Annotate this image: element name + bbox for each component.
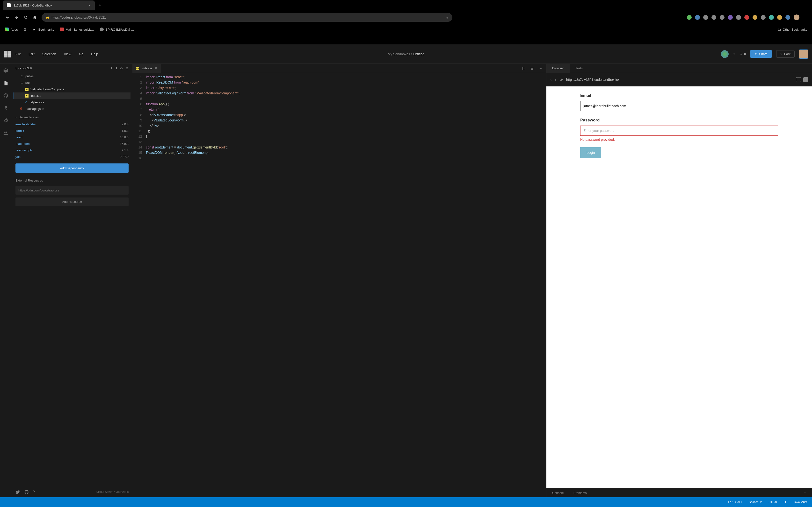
- star-icon[interactable]: ☆: [445, 15, 449, 19]
- split-vertical-icon[interactable]: ⊟: [530, 66, 534, 70]
- ext-icon[interactable]: [720, 15, 724, 20]
- menu-selection[interactable]: Selection: [42, 52, 56, 56]
- ext-icon[interactable]: [736, 15, 741, 20]
- problems-tab[interactable]: Problems: [573, 491, 587, 495]
- feedback-icon[interactable]: ↘: [33, 490, 38, 495]
- menu-help[interactable]: Help: [91, 52, 98, 56]
- bookmark-item[interactable]: Mail - james.quick…: [60, 27, 94, 32]
- ext-icon[interactable]: [761, 15, 766, 20]
- tab-tests[interactable]: Tests: [570, 64, 589, 73]
- bookmark-item[interactable]: ★Bookmarks: [33, 27, 54, 32]
- dep-item[interactable]: formik1.5.1: [12, 127, 133, 134]
- cursor-position[interactable]: Ln 1, Col 1: [728, 501, 742, 504]
- share-button[interactable]: ⇪Share: [750, 50, 772, 58]
- back-icon[interactable]: [5, 15, 10, 20]
- deploy-icon[interactable]: [3, 105, 9, 111]
- login-button[interactable]: Login: [580, 147, 601, 158]
- ext-icon[interactable]: [695, 15, 700, 20]
- logo[interactable]: [4, 51, 11, 57]
- close-icon[interactable]: ✕: [155, 66, 157, 70]
- ext-icon[interactable]: [744, 15, 749, 20]
- password-field[interactable]: [580, 125, 778, 136]
- dep-item[interactable]: react-scripts2.1.8: [12, 147, 133, 154]
- dep-version: 16.8.3: [120, 142, 129, 146]
- new-window-icon[interactable]: [796, 77, 801, 82]
- home-icon[interactable]: [33, 15, 37, 20]
- explorer-icon[interactable]: [3, 80, 9, 86]
- eol[interactable]: LF: [783, 501, 787, 504]
- tree-file-validated[interactable]: JSValidatedFormCompone…: [13, 86, 131, 93]
- add-resource-button[interactable]: Add Resource: [15, 198, 129, 206]
- add-dependency-button[interactable]: Add Dependency: [15, 163, 129, 173]
- email-field[interactable]: [580, 101, 778, 111]
- encoding[interactable]: UTF-8: [768, 501, 777, 504]
- chevron-up-icon[interactable]: ⌃: [804, 491, 806, 495]
- menu-go[interactable]: Go: [79, 52, 83, 56]
- tree-file-package[interactable]: {}package.json: [13, 106, 131, 112]
- expand-icon[interactable]: [803, 77, 808, 82]
- ext-icon[interactable]: [785, 15, 790, 20]
- community-icon[interactable]: [721, 50, 729, 58]
- dep-item[interactable]: yup0.27.0: [12, 154, 133, 160]
- ext-icon[interactable]: [703, 15, 708, 20]
- close-icon[interactable]: ✕: [88, 4, 91, 7]
- more-icon[interactable]: ⋯: [539, 66, 542, 70]
- forward-icon[interactable]: ›: [555, 77, 556, 82]
- split-horizontal-icon[interactable]: ◫: [522, 66, 526, 70]
- menu-view[interactable]: View: [64, 52, 71, 56]
- tree-file-index[interactable]: JSindex.js: [13, 93, 131, 99]
- indentation[interactable]: Spaces: 2: [749, 501, 762, 504]
- ext-icon[interactable]: [753, 15, 757, 20]
- dep-item[interactable]: react16.8.3: [12, 134, 133, 140]
- tree-folder-src[interactable]: 🗀src: [13, 79, 131, 86]
- live-icon[interactable]: [3, 130, 9, 136]
- settings-icon[interactable]: [3, 118, 9, 124]
- likes[interactable]: ♡0: [740, 52, 746, 56]
- language[interactable]: JavaScript: [794, 501, 807, 504]
- back-icon[interactable]: ‹: [550, 77, 552, 82]
- dep-name: email-validator: [15, 122, 36, 126]
- apps-button[interactable]: Apps: [5, 27, 18, 32]
- menu-file[interactable]: File: [15, 52, 21, 56]
- menu-edit[interactable]: Edit: [29, 52, 35, 56]
- ext-icon[interactable]: [728, 15, 733, 20]
- code-editor[interactable]: 12345678910111213141516 import React fro…: [133, 73, 546, 497]
- dep-item[interactable]: react-dom16.8.3: [12, 140, 133, 147]
- deps-header[interactable]: ▾Dependencies: [12, 112, 133, 121]
- url-bar[interactable]: 🔒 https://codesandbox.io/s/3x7vlv3521 ☆: [42, 13, 452, 22]
- console-tab[interactable]: Console: [552, 491, 564, 495]
- bookmark-item[interactable]: SPIRO ILS/spDM …: [100, 27, 134, 32]
- profile-avatar[interactable]: [794, 14, 800, 20]
- github-icon[interactable]: [24, 490, 29, 495]
- ext-icon[interactable]: [687, 15, 692, 20]
- ext-icon[interactable]: [711, 15, 716, 20]
- preview-url[interactable]: [566, 78, 793, 81]
- github-icon[interactable]: [3, 93, 9, 99]
- tree-folder-public[interactable]: 🗀public: [13, 73, 131, 79]
- bookmark-item[interactable]: 🗎: [24, 28, 27, 32]
- sandbox-icon[interactable]: [3, 68, 9, 73]
- reload-icon[interactable]: ⟳: [560, 77, 563, 82]
- tree-file-styles[interactable]: #styles.css: [13, 99, 131, 106]
- menu-icon[interactable]: ⋮: [803, 15, 807, 20]
- browser-tab[interactable]: 3x7vlv3521 - CodeSandbox ✕: [3, 0, 95, 10]
- editor-tab-index[interactable]: JS index.js ✕: [133, 64, 161, 73]
- new-tab-button[interactable]: +: [99, 3, 101, 8]
- forward-icon[interactable]: [14, 15, 19, 20]
- user-avatar[interactable]: [799, 50, 808, 59]
- new-file-icon[interactable]: 🗎: [126, 67, 129, 70]
- download-icon[interactable]: ⬇: [110, 67, 113, 70]
- resource-input[interactable]: [15, 186, 129, 194]
- ext-icon[interactable]: [769, 15, 774, 20]
- ext-icon[interactable]: [777, 15, 782, 20]
- breadcrumb[interactable]: My Sandboxes / Untitled: [388, 52, 424, 56]
- upload-icon[interactable]: ⬆: [115, 67, 118, 70]
- other-bookmarks[interactable]: 🗀Other Bookmarks: [778, 28, 807, 32]
- fork-button[interactable]: ⑂Fork: [776, 50, 795, 58]
- new-folder-icon[interactable]: 🗀: [120, 67, 123, 70]
- dep-item[interactable]: email-validator2.0.4: [12, 121, 133, 127]
- plus-icon[interactable]: +: [733, 51, 735, 56]
- twitter-icon[interactable]: [15, 490, 20, 495]
- tab-browser[interactable]: Browser: [546, 64, 570, 73]
- reload-icon[interactable]: [23, 15, 28, 20]
